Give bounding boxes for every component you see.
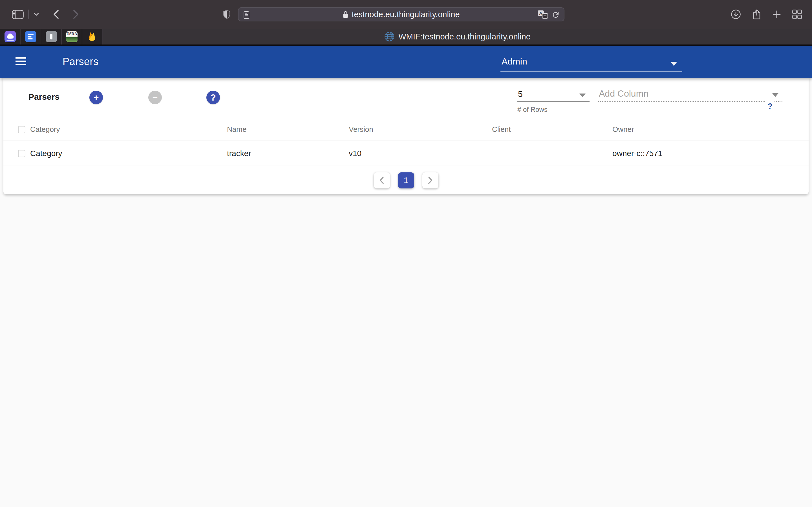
- page-reload-icon[interactable]: [552, 11, 560, 19]
- cell-category: Category: [30, 149, 227, 158]
- refresh-icon: [704, 100, 717, 113]
- tab-overview-button[interactable]: [792, 10, 802, 19]
- share-icon[interactable]: [752, 9, 761, 20]
- usda-label: USDA: [66, 31, 78, 37]
- new-tab-button[interactable]: [772, 10, 781, 18]
- table-row[interactable]: Category tracker v10 owner-c::7571: [3, 141, 809, 166]
- pinned-tab-usda[interactable]: USDA: [62, 29, 82, 45]
- row-checkbox[interactable]: [18, 150, 26, 157]
- add-column-select[interactable]: Add Column: [598, 86, 782, 102]
- table-header-row: Category Name Version Client Owner: [3, 118, 809, 141]
- page-title: Parsers: [63, 56, 99, 68]
- sidebar-toggle-button[interactable]: [12, 10, 24, 19]
- refresh-button[interactable]: [704, 100, 717, 113]
- header-checkbox[interactable]: [18, 126, 26, 133]
- select-arrow-icon: [670, 62, 677, 66]
- pagination-next-button[interactable]: [422, 172, 439, 188]
- select-arrow-icon: [579, 94, 586, 97]
- rows-per-page-select[interactable]: 5: [517, 86, 590, 102]
- translate-icon[interactable]: A: [538, 10, 548, 20]
- rows-select-value: 5: [518, 89, 523, 99]
- pinned-tab-icloud[interactable]: [0, 29, 20, 45]
- pinned-tab-firebase[interactable]: [82, 29, 103, 45]
- pinned-tab-info[interactable]: [41, 29, 62, 45]
- menu-button[interactable]: [15, 57, 26, 67]
- help-icon: ?: [767, 102, 772, 111]
- privacy-shield-icon[interactable]: [223, 10, 231, 19]
- icloud-favicon: [4, 31, 16, 42]
- chevron-right-icon: [427, 176, 434, 184]
- card-title: Parsers: [29, 92, 59, 102]
- active-tab[interactable]: WMIF:testnode.eu.thingularity.online: [103, 29, 812, 45]
- select-arrow-icon: [772, 93, 778, 97]
- toolbar-divider: [28, 10, 29, 19]
- cell-version: v10: [349, 149, 492, 158]
- browser-toolbar: testnode.eu.thingularity.online A: [0, 0, 812, 29]
- cell-name: tracker: [227, 149, 349, 158]
- add-row-button[interactable]: +: [89, 91, 103, 104]
- help-button[interactable]: ?: [764, 100, 776, 112]
- account-select[interactable]: Admin: [500, 53, 682, 71]
- add-column-placeholder: Add Column: [599, 89, 649, 99]
- lock-icon[interactable]: [343, 11, 349, 18]
- query-help-button[interactable]: ?: [206, 91, 220, 104]
- globe-icon: [384, 32, 395, 42]
- minus-icon: −: [153, 93, 158, 103]
- rows-label: # of Rows: [517, 106, 548, 114]
- firebase-favicon: [87, 31, 98, 42]
- column-header-owner: Owner: [612, 125, 809, 134]
- url-domain: testnode.eu.thingularity.online: [352, 10, 460, 19]
- chevron-down-icon[interactable]: [34, 13, 39, 16]
- tab-strip: USDA WMIF:testnode.eu.thingularity.onlin…: [0, 29, 812, 45]
- column-header-category: Category: [30, 125, 227, 134]
- cell-owner: owner-c::7571: [612, 149, 809, 158]
- hamburger-icon: [15, 57, 26, 59]
- column-header-name: Name: [227, 125, 349, 134]
- back-button[interactable]: [53, 10, 59, 19]
- chevron-left-icon: [378, 176, 385, 184]
- pagination-page-number: 1: [404, 175, 409, 185]
- account-select-value: Admin: [502, 56, 527, 67]
- docs-favicon: [25, 31, 36, 42]
- usda-favicon: USDA: [66, 31, 78, 42]
- content-card: Parsers + − ? 5 # of Rows Add Column Cat…: [3, 78, 809, 194]
- pagination-prev-button[interactable]: [374, 172, 390, 188]
- pinned-tab-docs[interactable]: [20, 29, 41, 45]
- reader-icon[interactable]: [244, 11, 249, 19]
- pagination-page-button[interactable]: 1: [398, 172, 414, 188]
- column-header-client: Client: [492, 125, 612, 134]
- info-favicon: [46, 31, 57, 42]
- url-field[interactable]: testnode.eu.thingularity.online A: [238, 7, 564, 21]
- tab-title: WMIF:testnode.eu.thingularity.online: [398, 32, 530, 41]
- pagination: 1: [3, 166, 809, 194]
- downloads-button[interactable]: [731, 9, 741, 19]
- app-header: Parsers Admin ?: [0, 46, 812, 78]
- forward-button[interactable]: [73, 10, 79, 19]
- remove-row-button[interactable]: −: [148, 91, 162, 104]
- plus-icon: +: [94, 93, 99, 103]
- question-icon: ?: [210, 93, 216, 103]
- column-header-version: Version: [349, 125, 492, 134]
